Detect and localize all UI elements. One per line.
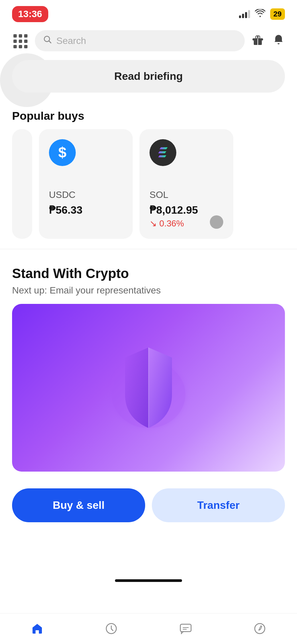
buy-sell-button[interactable]: Buy & sell (12, 488, 145, 522)
nav-explore[interactable] (223, 622, 297, 639)
sol-price: ₱8,012.95 (150, 204, 223, 216)
stand-with-crypto-section: Stand With Crypto Next up: Email your re… (0, 259, 297, 488)
home-indicator (115, 579, 182, 582)
sol-icon (150, 139, 176, 166)
popular-buys-scroll: $ USDC ₱56.33 (0, 129, 297, 249)
crypto-card-usdc[interactable]: $ USDC ₱56.33 (39, 129, 133, 239)
gift-icon[interactable] (251, 33, 264, 49)
usdc-icon: $ (49, 139, 76, 166)
nav-icons (251, 33, 285, 49)
status-time: 13:36 (12, 6, 48, 22)
nav-activity[interactable] (74, 622, 149, 639)
status-bar: 13:36 29 (0, 0, 297, 26)
battery-indicator: 29 (270, 8, 285, 20)
wifi-icon (255, 9, 265, 19)
top-nav: Search (0, 26, 297, 57)
chat-icon (179, 622, 193, 639)
status-icons: 29 (239, 8, 285, 20)
stand-title: Stand With Crypto (12, 266, 285, 281)
stand-image[interactable] (12, 304, 285, 472)
bottom-nav (0, 613, 297, 644)
nav-messages[interactable] (148, 622, 223, 639)
section-divider (0, 249, 297, 249)
nav-home[interactable] (0, 622, 74, 639)
usdc-name: USDC (49, 190, 123, 200)
transfer-button[interactable]: Transfer (152, 488, 285, 522)
usdc-price: ₱56.33 (49, 204, 123, 216)
signal-icon (239, 10, 250, 18)
card-dot-decoration (210, 215, 223, 229)
partial-card (12, 129, 32, 239)
shield-illustration (105, 337, 192, 438)
svg-rect-5 (36, 630, 39, 634)
read-briefing-button[interactable]: Read briefing (12, 60, 285, 93)
bottom-buttons: Buy & sell Transfer (0, 488, 297, 532)
compass-icon (253, 622, 267, 639)
sol-name: SOL (150, 190, 223, 200)
search-icon (43, 35, 52, 47)
notification-icon[interactable] (272, 33, 285, 49)
read-briefing-section: Read briefing (0, 57, 297, 103)
search-placeholder: Search (56, 36, 86, 46)
search-bar[interactable]: Search (35, 30, 245, 51)
clock-icon (104, 622, 118, 639)
crypto-card-sol[interactable]: SOL ₱8,012.95 ↘ 0.36% (139, 129, 233, 239)
home-icon (30, 622, 44, 639)
section-title-popular: Popular buys (0, 103, 297, 129)
apps-icon[interactable] (12, 33, 28, 49)
stand-subtitle: Next up: Email your representatives (12, 285, 285, 296)
